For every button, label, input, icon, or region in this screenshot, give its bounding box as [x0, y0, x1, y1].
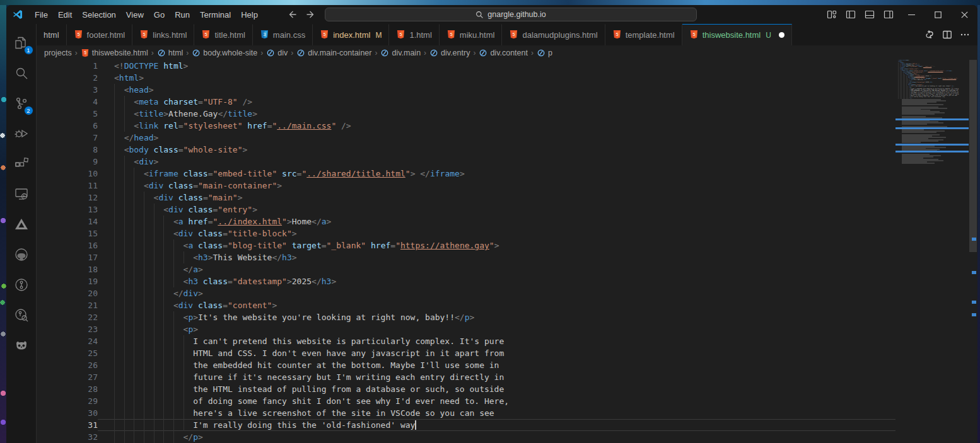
code-line[interactable]: 13<div class="entry"> — [37, 204, 895, 216]
code-line[interactable]: 22<p>It's the website you're looking at … — [37, 311, 895, 323]
toggle-primary-sidebar-icon[interactable] — [841, 5, 860, 24]
code-line[interactable]: 2<html> — [37, 72, 895, 84]
activity-source-control-icon[interactable]: 2 — [6, 88, 37, 118]
line-number[interactable]: 1 — [37, 60, 98, 72]
code-line[interactable]: 30here's a live screenshot of the site i… — [37, 407, 895, 419]
line-number[interactable]: 5 — [37, 108, 98, 120]
line-number[interactable]: 10 — [37, 168, 98, 180]
tab-main.css[interactable]: 3main.css — [253, 24, 313, 45]
tab-miku.html[interactable]: 5miku.html — [440, 24, 503, 45]
breadcrumb-item-thiswebsite.html[interactable]: 5thiswebsite.html — [81, 49, 148, 57]
line-number[interactable]: 7 — [37, 132, 98, 144]
line-number[interactable]: 6 — [37, 120, 98, 132]
tab-1.html[interactable]: 51.html — [389, 24, 439, 45]
tab-links.html[interactable]: 5links.html — [132, 24, 194, 45]
code-line[interactable]: 17<h3>This Website</h3> — [37, 251, 895, 263]
close-button[interactable] — [951, 5, 977, 24]
code-line[interactable]: 23<p> — [37, 323, 895, 335]
code-line[interactable]: 8<body class="whole-site"> — [37, 144, 895, 156]
line-number[interactable]: 20 — [37, 287, 98, 299]
code-line[interactable]: 16<a class="blog-title" target="_blank" … — [37, 239, 895, 251]
go-forward-icon[interactable] — [306, 9, 316, 20]
line-number[interactable]: 11 — [37, 180, 98, 192]
more-actions-icon[interactable] — [957, 27, 972, 42]
line-number[interactable]: 32 — [37, 431, 98, 443]
code-line[interactable]: 15<div class="title-block"> — [37, 227, 895, 239]
breadcrumb-item-div.content[interactable]: div.content — [479, 49, 528, 57]
code-line[interactable]: 10<iframe class="embed-title" src="../sh… — [37, 168, 895, 180]
line-number[interactable]: 29 — [37, 395, 98, 407]
breadcrumb-item-div.main-container[interactable]: div.main-container — [296, 49, 371, 57]
tab-template.html[interactable]: 5template.html — [605, 24, 682, 45]
breadcrumb-item-div[interactable]: div — [266, 49, 288, 57]
code-line[interactable]: 19<h3 class="datestamp">2025</h3> — [37, 275, 895, 287]
toggle-panel-icon[interactable] — [860, 5, 879, 24]
code-line[interactable]: 14<a href="../index.html">Home</a> — [37, 216, 895, 227]
menu-terminal[interactable]: Terminal — [195, 8, 236, 21]
open-changes-icon[interactable] — [922, 27, 937, 42]
line-number[interactable]: 16 — [37, 239, 98, 251]
code-line[interactable]: 29of doing some fancy shit I don't see w… — [37, 395, 895, 407]
line-number[interactable]: 18 — [37, 263, 98, 275]
line-number[interactable]: 14 — [37, 216, 98, 227]
activity-github-icon[interactable] — [6, 239, 37, 270]
line-number[interactable]: 3 — [37, 84, 98, 96]
line-number[interactable]: 2 — [37, 72, 98, 84]
code-editor[interactable]: 1<!DOCTYPE html>2<html>3<head>4<meta cha… — [37, 60, 977, 443]
tab-dalamudplugins.html[interactable]: 5dalamudplugins.html — [502, 24, 605, 45]
tab-html[interactable]: html — [37, 24, 67, 45]
code-line[interactable]: 24I can't pretend this website is partic… — [37, 335, 895, 347]
code-line[interactable]: 31I'm really doing this the 'old-fashion… — [37, 419, 895, 431]
tab-dirty-dot[interactable] — [779, 32, 785, 38]
line-number[interactable]: 22 — [37, 311, 98, 323]
activity-gitlens-inspect-icon[interactable] — [6, 300, 37, 330]
activity-explorer-icon[interactable]: 1 — [6, 28, 37, 58]
minimize-button[interactable] — [898, 5, 925, 24]
activity-extensions-icon[interactable] — [6, 149, 37, 179]
code-line[interactable]: 32</p> — [37, 431, 895, 443]
line-number[interactable]: 23 — [37, 323, 98, 335]
line-number[interactable]: 27 — [37, 371, 98, 383]
code-line[interactable]: 9<div> — [37, 156, 895, 168]
code-line[interactable]: 27future if it's necessary but I'm writi… — [37, 371, 895, 383]
minimap[interactable]: 1<!DOCTYPE html>2<html>3<head>4<meta cha… — [895, 60, 969, 443]
activity-remote-explorer-icon[interactable] — [6, 179, 37, 209]
command-center-search[interactable]: gnargle.github.io — [325, 8, 697, 21]
code-line[interactable]: 21<div class="content"> — [37, 299, 895, 311]
menu-file[interactable]: File — [30, 8, 53, 21]
breadcrumb-item-html[interactable]: html — [157, 49, 184, 57]
code-line[interactable]: 6<link rel="stylesheet" href="../main.cs… — [37, 120, 895, 132]
breadcrumb-item-p[interactable]: p — [537, 49, 552, 57]
menu-view[interactable]: View — [121, 8, 149, 21]
code-line[interactable]: 1<!DOCTYPE html> — [37, 60, 895, 72]
breadcrumb-item-body.whole-site[interactable]: body.whole-site — [192, 49, 257, 57]
editor-scrollbar[interactable] — [969, 60, 977, 443]
maximize-button[interactable] — [925, 5, 951, 24]
tab-title.html[interactable]: 5title.html — [194, 24, 252, 45]
menu-run[interactable]: Run — [170, 8, 195, 21]
split-editor-icon[interactable] — [940, 27, 955, 42]
line-number[interactable]: 15 — [37, 227, 98, 239]
line-number[interactable]: 26 — [37, 359, 98, 371]
code-line[interactable]: 4<meta charset="UTF-8" /> — [37, 96, 895, 108]
code-line[interactable]: 18</a> — [37, 263, 895, 275]
code-line[interactable]: 12<div class="main"> — [37, 192, 895, 204]
menu-help[interactable]: Help — [236, 8, 263, 21]
line-number[interactable]: 4 — [37, 96, 98, 108]
line-number[interactable]: 24 — [37, 335, 98, 347]
breadcrumb-item-div.entry[interactable]: div.entry — [429, 49, 470, 57]
scrollbar-slider[interactable] — [969, 60, 977, 252]
code-line[interactable]: 25HTML and CSS. I don't even have any ja… — [37, 347, 895, 359]
menu-go[interactable]: Go — [149, 8, 170, 21]
code-line[interactable]: 3<head> — [37, 84, 895, 96]
line-number[interactable]: 25 — [37, 347, 98, 359]
line-number[interactable]: 31 — [37, 419, 98, 431]
activity-search-icon[interactable] — [6, 58, 37, 88]
line-number[interactable]: 30 — [37, 407, 98, 419]
code-line[interactable]: 11<div class="main-container"> — [37, 180, 895, 192]
line-number[interactable]: 21 — [37, 299, 98, 311]
code-line[interactable]: 5<title>Athene.Gay</title> — [37, 108, 895, 120]
activity-run-and-debug-icon[interactable] — [6, 118, 37, 149]
code-line[interactable]: 20</div> — [37, 287, 895, 299]
tab-thiswebsite.html[interactable]: 5thiswebsite.htmlU — [682, 24, 792, 45]
